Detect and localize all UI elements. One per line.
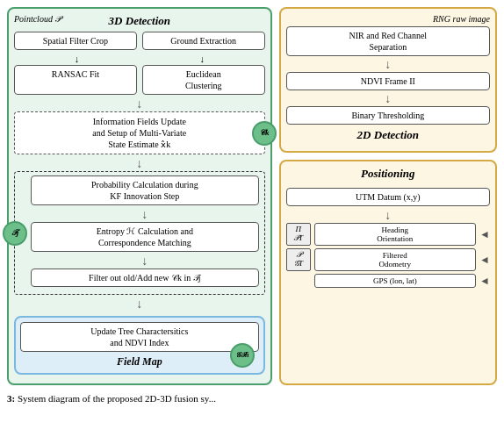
arrow-p1: ↓ [286, 210, 490, 222]
left-panel-3d: Pointcloud 𝒫 3D Detection Spatial Filter… [7, 7, 272, 385]
heading-orientation-box: Heading Orientation [314, 223, 476, 246]
probability-box: Probability Calculation during KF Innova… [31, 175, 259, 205]
filter-add-box: Filter out old/Add new 𝒞k in 𝒯j [31, 269, 259, 287]
arrows-1: ↓ ↓ [14, 54, 265, 64]
3d-detection-header: Pointcloud 𝒫 3D Detection [14, 14, 265, 28]
gps-row: GPS (lon, lat) ◄ [286, 274, 490, 288]
euclidean-clustering-box: Euclidean Clustering [142, 65, 265, 95]
binary-thresh-box: Binary Thresholding [286, 106, 490, 125]
ransac-fit-box: RANSAC Fit [14, 65, 137, 95]
arrow-r1: ↓ [286, 59, 490, 71]
caption: 3: System diagram of the proposed 2D-3D … [7, 392, 497, 405]
arrow-3: ↓ [14, 158, 265, 170]
pointcloud-label: Pointcloud 𝒫 [14, 14, 61, 25]
panel-2d: RNG raw image NIR and Red Channel Separa… [279, 7, 497, 153]
gth-badge: 𝒢𝒯h [230, 343, 255, 368]
panel-pos: Positioning UTM Datum (x,y) ↓ Π 𝒫T Headi… [279, 160, 497, 385]
arrow-r2: ↓ [286, 93, 490, 105]
row-1: Spatial Filter Crop Ground Extraction [14, 32, 265, 50]
update-tree-box: Update Tree Charactersitics and NDVI Ind… [20, 322, 259, 352]
nir-red-box: NIR and Red Channel Separation [286, 26, 490, 56]
ck-badge: 𝒞k [252, 121, 277, 146]
tj-badge: 𝒯j [3, 221, 27, 246]
pg-label-box: 𝒫 𝒢T [286, 248, 311, 271]
heading-row: Π 𝒫T Heading Orientation ◄ [286, 223, 490, 246]
gps-box: GPS (lon, lat) [314, 274, 476, 288]
arrow-2: ↓ [14, 98, 265, 111]
info-fields-text: Information Fields Update and Setup of M… [18, 116, 261, 150]
arrow-4: ↓ [31, 209, 259, 221]
odometry-row: 𝒫 𝒢T Filtered Odometry ◄ [286, 248, 490, 271]
row-2: RANSAC Fit Euclidean Clustering [14, 65, 265, 95]
field-map-panel: Update Tree Charactersitics and NDVI Ind… [14, 316, 265, 375]
arrow-left-2: ◄ [479, 254, 490, 267]
field-map-title: Field Map [20, 355, 259, 369]
ground-extraction-box: Ground Extraction [142, 32, 265, 50]
arrow-6: ↓ [14, 298, 265, 311]
arrow-down-1: ↓ [75, 54, 80, 64]
arrow-5: ↓ [31, 255, 259, 268]
arrow-down-2: ↓ [199, 54, 205, 64]
info-fields-section: Information Fields Update and Setup of M… [14, 111, 265, 154]
ndvi-frame-box: NDVI Frame II [286, 72, 490, 90]
positioning-title: Positioning [286, 167, 490, 181]
3d-detection-title: 3D Detection [109, 14, 170, 28]
caption-text: System diagram of the proposed 2D-3D fus… [15, 393, 216, 404]
filtered-odometry-box: Filtered Odometry [314, 248, 476, 271]
arrow-left-1: ◄ [479, 228, 490, 241]
pi-label-box: Π 𝒫T [286, 223, 311, 246]
spatial-filter-box: Spatial Filter Crop [14, 32, 137, 50]
arrow-left-3: ◄ [479, 275, 490, 288]
tj-section: 𝒯j Probability Calculation during KF Inn… [14, 171, 265, 295]
right-panel: RNG raw image NIR and Red Channel Separa… [279, 7, 497, 385]
entropy-box: Entropy ℋ Calculation and Correspondence… [31, 222, 259, 252]
2d-detection-title: 2D Detection [286, 128, 490, 142]
utm-datum-box: UTM Datum (x,y) [286, 188, 490, 206]
rng-label: RNG raw image [286, 14, 490, 24]
caption-number: 3: [7, 393, 15, 404]
